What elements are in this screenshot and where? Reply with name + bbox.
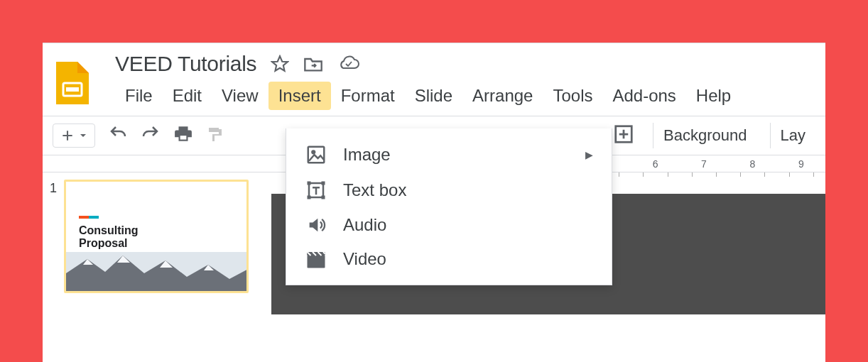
menu-view[interactable]: View	[212, 82, 268, 110]
svg-rect-1	[66, 87, 79, 92]
cloud-saved-icon[interactable]	[337, 55, 360, 72]
menu-file[interactable]: File	[115, 82, 163, 110]
menu-help[interactable]: Help	[686, 82, 741, 110]
insert-audio-item[interactable]: Audio	[286, 208, 612, 242]
star-icon[interactable]	[271, 55, 289, 73]
slide-number: 1	[50, 180, 57, 314]
ruler-tick: 9	[777, 158, 825, 170]
slides-logo[interactable]	[53, 63, 92, 103]
video-icon	[305, 250, 327, 268]
background-button[interactable]: Background	[653, 123, 756, 148]
ruler-tick: 7	[680, 158, 728, 170]
print-button[interactable]	[173, 125, 193, 146]
thumb-accent	[79, 216, 99, 219]
svg-point-6	[312, 150, 315, 153]
new-textbox-icon[interactable]	[613, 124, 640, 148]
insert-textbox-item[interactable]: Text box	[286, 172, 612, 208]
thumb-mountain-image	[66, 252, 249, 291]
menu-slide[interactable]: Slide	[405, 82, 462, 110]
svg-rect-2	[180, 136, 187, 139]
ruler-tick: 6	[631, 158, 679, 170]
image-icon	[305, 144, 327, 165]
move-to-folder-icon[interactable]	[303, 55, 323, 72]
title-area: VEED Tutorials File Edit View Insert For…	[92, 50, 741, 110]
svg-rect-12	[308, 256, 325, 268]
thumb-title-line1: Consulting	[79, 224, 139, 237]
insert-image-label: Image	[343, 145, 391, 165]
redo-button[interactable]	[141, 126, 161, 146]
insert-audio-label: Audio	[343, 215, 386, 235]
svg-rect-9	[322, 182, 325, 185]
menubar: File Edit View Insert Format Slide Arran…	[115, 82, 741, 110]
header: VEED Tutorials File Edit View Insert For…	[43, 43, 825, 110]
undo-button[interactable]	[108, 126, 128, 146]
slide-filmstrip: 1 Consulting Proposal Lorem ipsum dolor …	[43, 172, 271, 314]
insert-textbox-label: Text box	[343, 180, 406, 200]
insert-image-item[interactable]: Image ▶	[286, 137, 612, 172]
submenu-arrow-icon: ▶	[585, 149, 593, 160]
menu-tools[interactable]: Tools	[543, 82, 602, 110]
svg-rect-8	[308, 182, 311, 185]
layout-button[interactable]: Lay	[770, 123, 815, 148]
document-title[interactable]: VEED Tutorials	[115, 52, 256, 76]
menu-format[interactable]: Format	[331, 82, 405, 110]
ruler-tick: 8	[728, 158, 776, 170]
menu-insert[interactable]: Insert	[268, 82, 331, 110]
paint-format-button[interactable]	[206, 125, 223, 146]
menu-edit[interactable]: Edit	[163, 82, 212, 110]
textbox-icon	[305, 180, 327, 201]
insert-dropdown: Image ▶ Text box Audio Video	[286, 128, 612, 285]
new-slide-button[interactable]	[53, 124, 95, 148]
menu-arrange[interactable]: Arrange	[462, 82, 543, 110]
audio-icon	[305, 215, 327, 235]
thumb-title-line2: Proposal	[79, 237, 127, 250]
svg-rect-10	[308, 196, 311, 199]
insert-video-item[interactable]: Video	[286, 242, 612, 276]
slide-thumbnail[interactable]: Consulting Proposal Lorem ipsum dolor si…	[64, 180, 249, 293]
google-slides-app: VEED Tutorials File Edit View Insert For…	[43, 43, 825, 362]
insert-video-label: Video	[343, 249, 386, 269]
svg-rect-11	[322, 196, 325, 199]
menu-addons[interactable]: Add-ons	[602, 82, 685, 110]
